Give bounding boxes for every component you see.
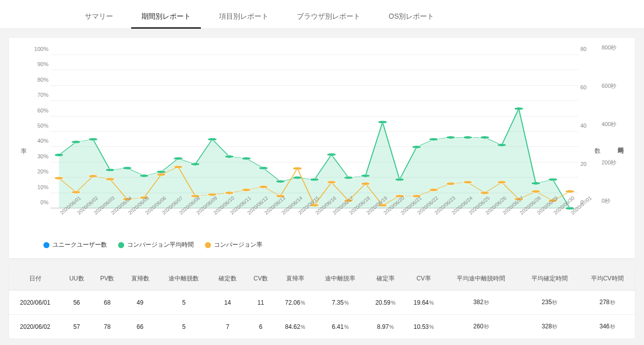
table-header[interactable]: 途中離脱数 [158,267,210,291]
table-cell: 66 [122,315,158,339]
point-green[interactable] [276,180,285,183]
point-orange[interactable] [71,191,81,193]
y-tick: 0% [28,199,48,205]
table-header[interactable]: 平均確定時間 [519,267,579,291]
table-header[interactable]: 直帰率 [276,267,314,291]
point-orange[interactable] [54,177,64,180]
table-header[interactable]: 確定数 [210,267,246,291]
point-orange[interactable] [258,186,268,188]
tab-item[interactable]: 項目別レポート [205,5,283,28]
y-tick: 100% [28,46,48,52]
point-green[interactable] [310,178,319,181]
legend-item-green[interactable]: コンバージョン平均時間 [118,241,194,249]
report-tabs: サマリー 期間別レポート 項目別レポート ブラウザ別レポート OS別レポート [0,0,644,29]
point-green[interactable] [258,166,268,169]
point-orange[interactable] [242,189,251,191]
table-header[interactable]: 平均CV時間 [580,267,635,291]
point-green[interactable] [71,141,81,143]
point-green[interactable] [174,157,183,159]
area-green [59,108,570,208]
tab-summary[interactable]: サマリー [71,5,127,28]
table-header[interactable]: 日付 [9,267,61,291]
point-green[interactable] [412,146,421,148]
point-orange[interactable] [531,190,541,193]
y-tick: 0秒 [602,197,622,205]
point-green[interactable] [378,121,388,123]
swatch-icon [205,242,211,248]
point-orange[interactable] [361,183,370,185]
point-green[interactable] [344,176,353,179]
table-cell: 56 [61,291,92,315]
y-tick: 90% [28,61,48,67]
legend-label: コンバージョン率 [214,241,262,249]
point-orange[interactable] [327,181,336,184]
point-green[interactable] [242,157,251,159]
point-green[interactable] [225,155,234,158]
point-orange[interactable] [480,192,490,194]
point-green[interactable] [463,136,472,139]
y-ticks-left: 0%10%20%30%40%50%60%70%80%90%100% [28,55,48,208]
table-cell: 20.59% [366,291,405,315]
point-orange[interactable] [429,189,439,191]
point-orange[interactable] [88,175,98,177]
table-header[interactable]: 途中離脱率 [314,267,366,291]
y-tick: 60 [580,84,601,90]
table-cell: 5 [158,315,210,339]
point-orange[interactable] [293,167,302,169]
point-green[interactable] [446,136,456,139]
table-cell: 11 [245,291,276,315]
y-tick: 40% [28,138,48,144]
swatch-icon [118,242,124,248]
point-green[interactable] [105,168,115,171]
point-green[interactable] [122,166,132,169]
table-cell: 10.53% [405,315,443,339]
table-header[interactable]: PV数 [92,267,123,291]
point-green[interactable] [139,175,149,177]
point-orange[interactable] [156,173,166,176]
table-cell: 6.41% [314,315,366,339]
tab-period[interactable]: 期間別レポート [127,5,205,28]
legend-item-blue[interactable]: ユニークユーザー数 [43,241,107,249]
point-green[interactable] [497,144,507,146]
plot-area[interactable]: 0%10%20%30%40%50%60%70%80%90%100% 020406… [50,55,578,208]
point-green[interactable] [88,138,98,140]
point-green[interactable] [429,138,439,140]
point-orange[interactable] [207,193,217,196]
point-green[interactable] [190,163,200,165]
point-orange[interactable] [225,192,234,194]
y-tick: 20% [28,168,48,175]
point-green[interactable] [54,154,64,156]
legend-label: ユニークユーザー数 [52,241,107,249]
point-orange[interactable] [174,165,183,168]
table-header[interactable]: CV数 [245,267,276,291]
point-green[interactable] [531,182,541,185]
point-green[interactable] [514,107,523,110]
table-cell: 8.97% [366,315,405,339]
table-cell: 7.35% [314,291,366,315]
swatch-icon [43,242,49,248]
point-green[interactable] [548,178,558,181]
table-cell: 328秒 [519,315,579,339]
point-orange[interactable] [105,178,115,181]
y-tick: 60% [28,107,48,113]
tab-browser[interactable]: ブラウザ別レポート [283,5,374,28]
y-ticks-right: 020406080 [580,55,601,208]
table-header[interactable]: CV率 [405,267,443,291]
table-header[interactable]: UU数 [61,267,92,291]
point-green[interactable] [327,153,336,156]
point-green[interactable] [361,175,370,177]
point-green[interactable] [207,138,217,140]
point-orange[interactable] [565,190,575,193]
point-orange[interactable] [463,181,472,184]
tab-os[interactable]: OS別レポート [374,5,448,28]
table-cell: 7 [210,315,246,339]
table-header[interactable]: 確定率 [366,267,405,291]
legend-item-orange[interactable]: コンバージョン率 [205,241,262,249]
point-orange[interactable] [497,181,507,184]
point-green[interactable] [395,178,404,181]
table-header[interactable]: 平均途中離脱時間 [443,267,519,291]
point-green[interactable] [480,136,490,139]
y-tick: 70% [28,92,48,98]
point-orange[interactable] [446,183,456,185]
table-header[interactable]: 直帰数 [122,267,158,291]
